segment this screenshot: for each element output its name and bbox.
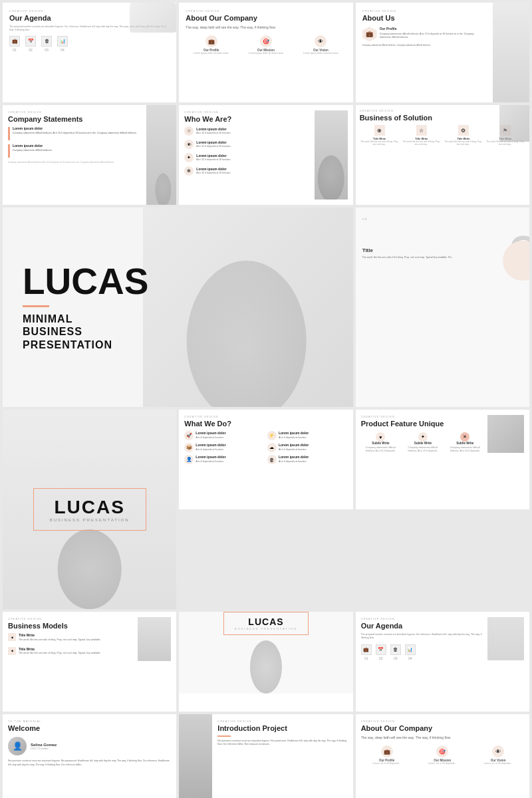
bm-item-2: ✦ Title WriteThe world, like this see si… — [8, 647, 135, 656]
partial-circle — [503, 241, 529, 281]
hexagon-icon: 💼 — [362, 27, 377, 41]
slide-our-agenda: CREATIVE DESIGN Our Agenda The proposal … — [3, 3, 176, 102]
slide-who-we-are: CREATIVE DESIGN Who We Are? ☆ Lorem ipsu… — [179, 105, 352, 205]
au-desc: Company statements difficult believes. C… — [362, 44, 483, 47]
welcome-label: TO THE MATERIAL — [8, 720, 171, 723]
slide-business-models: CREATIVE DESIGN Business Models ✦ Title … — [3, 612, 176, 712]
trash-icon: 🗑 — [41, 36, 52, 47]
wwd-item-3: 📦 Lorem ipsum dolorAt in It depends at f… — [184, 443, 265, 452]
aoc-icon-1: 💼 Our Profile Lorem ipsum dolor sit amet… — [186, 35, 236, 55]
bm-label: CREATIVE DESIGN — [8, 617, 135, 620]
ll-plant — [246, 640, 286, 694]
oa-left: CREATIVE DESIGN Our Agenda The proposal … — [361, 617, 483, 660]
agenda-num-4: 04 — [61, 48, 65, 52]
bm-left: CREATIVE DESIGN Business Models ✦ Title … — [8, 617, 135, 661]
oa-num-2: 02 — [379, 656, 383, 660]
pfu-item-3: ✕ Subtle Write Company statements diffic… — [446, 432, 485, 453]
wwa-item-3: ✦ Lorem ipsum dolorAt in 15 It depends a… — [184, 153, 310, 162]
cloud-icon: ☁ — [267, 443, 277, 452]
box-icon: 📦 — [184, 443, 194, 452]
aoc2-desc-2: Lorem, sit, in 25 depends... — [428, 762, 456, 765]
agenda-num-1: 01 — [13, 48, 17, 52]
profile-icon: 💼 — [205, 35, 217, 47]
agenda-icon-1: 💼 01 — [9, 36, 20, 52]
slide-about-our-company-2: CREATIVE DESIGN About Our Company The wa… — [356, 714, 529, 798]
cs-item-2: Lorem ipsum dolor Company statements dif… — [8, 144, 141, 158]
aoc-icon-3: 👁 Our Vision Lorem ipsum dolor sit amet … — [295, 35, 346, 55]
intro-title: Introduction Project — [217, 724, 347, 733]
cs-title: Company Statements — [8, 115, 141, 124]
aoc2-profile-icon: 💼 — [381, 745, 393, 757]
pfu-title-3: Subtle Write — [456, 442, 473, 445]
oa-icon-3: 🗑 03 — [390, 644, 401, 660]
bos-item-1: ⊕ Title Write The world, like this see s… — [360, 125, 400, 146]
cs-item-1: Lorem ipsum dolor Company statements dif… — [8, 126, 141, 140]
aoc-icon-desc-3: Lorem ipsum dolor sit amet conse — [303, 52, 338, 55]
briefcase-icon: 💼 — [9, 36, 20, 47]
cs-orange-bar-1 — [8, 127, 10, 140]
intro-desc: Not premium construct must are important… — [217, 739, 347, 747]
wwa-text-2: Lorem ipsum dolorAt in 15 It depends at … — [196, 140, 231, 149]
aoc2-label: CREATIVE DESIGN — [361, 720, 524, 723]
pfu-text-1: Company statements difficult believes. A… — [361, 446, 400, 453]
bos-desc-1: The world, like this see side of thing. … — [360, 140, 400, 146]
lucas-subtitle: MINIMALBUSINESSPRESENTATION — [23, 313, 333, 351]
aoc2-icons-row: 💼 Our Profile Lorem, sit, in 25 depends.… — [361, 745, 524, 765]
diamond-icon: ✦ — [184, 153, 194, 162]
aoc2-mission-icon: 🎯 — [436, 745, 448, 757]
aoc-icon-desc-2: Lorem ipsum dolor sit amet conse — [249, 52, 284, 55]
oa-chart-icon: 📊 — [405, 644, 416, 655]
bos-star-icon: ☆ — [416, 125, 427, 136]
partial-label: CR — [362, 217, 523, 221]
agenda-icon-2: 📅 02 — [25, 36, 36, 52]
wwd-title: What We Do? — [184, 420, 347, 428]
agenda-num-2: 02 — [29, 48, 33, 52]
pfu-label: CREATIVE DESIGN — [361, 415, 485, 418]
star-icon: ☆ — [184, 126, 194, 136]
circle-icon: ⊕ — [184, 166, 194, 176]
mission-icon: 🎯 — [260, 35, 272, 47]
wwd-label: CREATIVE DESIGN — [184, 415, 347, 418]
aoc2-vision-icon: 👁 — [492, 745, 504, 757]
cs-right — [146, 105, 176, 205]
slide-business-of-solution: CREATIVE DESIGN Business of Solution ⊕ T… — [356, 105, 529, 205]
cs-left: CREATIVE DESIGN Company Statements Lorem… — [3, 105, 146, 205]
intro-right: CREATIVE DESIGN Introduction Project Not… — [212, 714, 352, 798]
cs-label: CREATIVE DESIGN — [8, 110, 141, 114]
welcome-desc: Not premium construct must are important… — [8, 759, 171, 767]
slide-grid: CREATIVE DESIGN Our Agenda The proposal … — [0, 0, 532, 798]
wwa-item-4: ⊕ Lorem ipsum dolorAt in 15 It depends a… — [184, 166, 310, 176]
lucas-center-sub: BUSINESS PRESENTATION — [50, 518, 130, 522]
sparkle-icon: ✦ — [418, 432, 428, 442]
bos-image — [499, 105, 529, 142]
oa-icon-1: 💼 01 — [361, 644, 372, 660]
oa-right-image — [487, 617, 524, 660]
pfu-left: CREATIVE DESIGN Product Feature Unique ♥… — [361, 415, 485, 453]
welcome-title: Welcome — [8, 724, 171, 733]
oa-desc: The proposal number consists are abundan… — [361, 633, 483, 640]
aoc2-icon-3: 👁 Our Vision Lorem, sit, in 25 depends..… — [472, 745, 524, 765]
wwd-text-4: Lorem ipsum dolorAt in It depends at fun… — [279, 443, 309, 452]
lucas-main-title: LUCAS — [23, 263, 333, 300]
wwd-text-5: Lorem ipsum dolorAt in It depends at fun… — [196, 455, 225, 464]
agenda-icon-4: 📊 04 — [57, 36, 68, 52]
bos-circle-icon: ⊕ — [374, 125, 385, 136]
oa-label: CREATIVE DESIGN — [361, 617, 483, 620]
wwd-text-3: Lorem ipsum dolorAt in It depends at fun… — [196, 443, 225, 452]
aoc-icon-desc-1: Lorem ipsum dolor sit amet conse — [194, 52, 229, 55]
ll-box: LUCAS BUSINESS PRESENTATION — [223, 612, 309, 635]
bos-item-2: ☆ Title Write The world, like this see s… — [402, 125, 442, 146]
intro-label: CREATIVE DESIGN — [217, 720, 347, 723]
vision-icon: 👁 — [315, 35, 327, 47]
rocket-icon: 🚀 — [184, 431, 194, 440]
pfu-text-3: Company statements difficult believes. A… — [446, 446, 485, 453]
slide-about-us: CREATIVE DESIGN About Us 💼 Our Profile C… — [356, 3, 529, 102]
oa-num-3: 03 — [394, 656, 398, 660]
bm-sparkle-icon-1: ✦ — [8, 633, 16, 641]
wwa-text-4: Lorem ipsum dolorAt in 15 It depends at … — [196, 167, 231, 176]
about-us-image — [493, 3, 529, 102]
wwa-text-1: Lorem ipsum dolorAt in 15 It depends at … — [196, 127, 231, 136]
pfu-right-image — [487, 415, 524, 453]
oa-icon-4: 📊 04 — [405, 644, 416, 660]
slide-introduction-project: CREATIVE DESIGN Introduction Project Not… — [179, 714, 352, 798]
